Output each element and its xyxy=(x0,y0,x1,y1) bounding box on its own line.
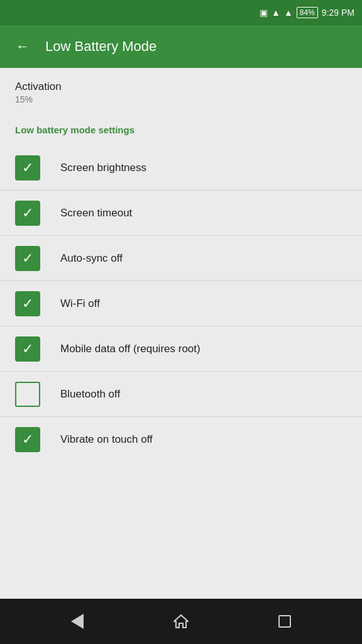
battery-indicator: 84% xyxy=(297,7,318,18)
checkbox-wifi-off[interactable]: ✓ xyxy=(15,291,40,316)
checkbox-item-auto-sync[interactable]: ✓ Auto-sync off xyxy=(0,236,362,281)
checkbox-screen-brightness[interactable]: ✓ xyxy=(15,155,40,180)
checkbox-item-bluetooth[interactable]: Bluetooth off xyxy=(0,372,362,417)
content-area: Activation 15% Low battery mode settings… xyxy=(0,68,362,599)
checkbox-mobile-data[interactable]: ✓ xyxy=(15,336,40,362)
checkmark-icon: ✓ xyxy=(22,297,33,311)
recents-nav-icon xyxy=(278,615,291,628)
settings-section: Low battery mode settings xyxy=(0,114,362,145)
checkbox-screen-timeout[interactable]: ✓ xyxy=(15,201,40,226)
wifi-icon: ▲ xyxy=(272,8,280,18)
nav-home-button[interactable] xyxy=(166,606,196,636)
section-header: Low battery mode settings xyxy=(15,125,347,135)
vibrate-icon: ▣ xyxy=(260,8,268,18)
status-time: 9:29 PM xyxy=(322,8,354,18)
checkbox-vibrate[interactable]: ✓ xyxy=(15,427,40,452)
home-nav-icon xyxy=(173,613,189,630)
page-title: Low Battery Mode xyxy=(45,38,156,55)
checkmark-icon: ✓ xyxy=(22,342,33,356)
status-icons: ▣ ▲ ▲ 84% 9:29 PM xyxy=(260,7,354,18)
checkbox-item-screen-timeout[interactable]: ✓ Screen timeout xyxy=(0,191,362,236)
item-label-screen-brightness: Screen brightness xyxy=(60,162,146,174)
back-nav-icon xyxy=(71,614,84,629)
checkbox-item-mobile-data[interactable]: ✓ Mobile data off (requires root) xyxy=(0,326,362,372)
item-label-auto-sync: Auto-sync off xyxy=(60,252,123,265)
checkmark-icon: ✓ xyxy=(22,161,33,175)
checkmark-icon: ✓ xyxy=(22,433,33,447)
nav-recents-button[interactable] xyxy=(270,606,300,636)
item-label-wifi-off: Wi-Fi off xyxy=(60,297,100,310)
checkbox-list: ✓ Screen brightness ✓ Screen timeout ✓ A… xyxy=(0,145,362,462)
activation-label: Activation xyxy=(15,80,347,93)
checkbox-item-vibrate[interactable]: ✓ Vibrate on touch off xyxy=(0,417,362,462)
checkbox-auto-sync[interactable]: ✓ xyxy=(15,246,40,271)
back-button[interactable]: ← xyxy=(10,34,35,59)
nav-bar xyxy=(0,599,362,644)
app-bar: ← Low Battery Mode xyxy=(0,25,362,68)
item-label-bluetooth: Bluetooth off xyxy=(60,388,120,401)
status-bar: ▣ ▲ ▲ 84% 9:29 PM xyxy=(0,0,362,25)
nav-back-button[interactable] xyxy=(62,606,92,636)
activation-value: 15% xyxy=(15,94,347,104)
checkbox-item-wifi-off[interactable]: ✓ Wi-Fi off xyxy=(0,281,362,326)
item-label-mobile-data: Mobile data off (requires root) xyxy=(60,343,200,355)
item-label-screen-timeout: Screen timeout xyxy=(60,207,132,219)
signal-icon: ▲ xyxy=(284,8,293,18)
activation-section: Activation 15% xyxy=(0,68,362,114)
checkbox-bluetooth[interactable] xyxy=(15,382,40,407)
checkmark-icon: ✓ xyxy=(22,206,33,220)
checkmark-icon: ✓ xyxy=(22,252,33,265)
checkbox-item-screen-brightness[interactable]: ✓ Screen brightness xyxy=(0,145,362,191)
item-label-vibrate: Vibrate on touch off xyxy=(60,433,153,446)
svg-marker-0 xyxy=(174,615,188,628)
